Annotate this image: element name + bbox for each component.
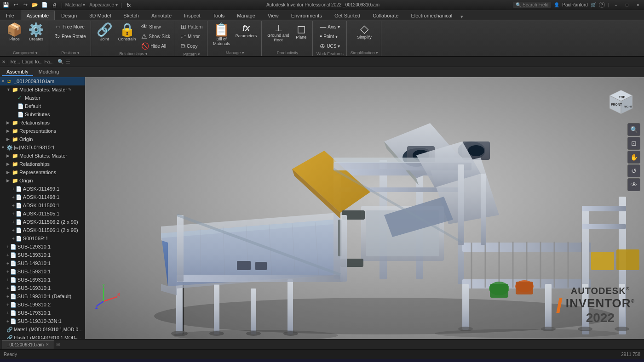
ground-root-button[interactable]: ⊥ Ground andRoot <box>265 22 291 44</box>
tree-default[interactable]: 📄 Default <box>0 102 85 110</box>
tab-file[interactable]: File <box>0 11 20 20</box>
close-strip-btn[interactable]: ✕ <box>2 59 6 64</box>
hide-all-button[interactable]: 🚫 Hide All <box>139 41 172 51</box>
redo-icon[interactable]: ↪ <box>21 1 29 9</box>
strip-item-re[interactable]: Re... <box>11 59 20 64</box>
tab-view[interactable]: View <box>262 11 285 20</box>
tab-3dmodel[interactable]: 3D Model <box>83 11 117 20</box>
minimize-btn[interactable]: − <box>612 2 620 8</box>
tab-extra[interactable]: ▾ <box>460 14 463 20</box>
tree-sub139[interactable]: + 📄 SUB-139310:1 <box>0 251 85 259</box>
maximize-btn[interactable]: □ <box>623 2 631 8</box>
tree-mod019-states[interactable]: ▶ 📁 Model States: Master <box>0 152 85 160</box>
tree-relationships[interactable]: ▶ 📁 Relationships <box>0 119 85 127</box>
close-btn[interactable]: × <box>634 2 642 8</box>
tree-mate1[interactable]: 🔗 Mate:1 (MOD-019310:1,MOD-039310:1 <box>0 325 85 334</box>
search-field[interactable]: 🔍 Search Field <box>513 2 551 8</box>
tab-assemble[interactable]: Assemble <box>21 11 55 20</box>
tree-sub119[interactable]: + 📄 SUB-119310-33N:1 <box>0 317 85 325</box>
free-move-button[interactable]: ↔ Free Move <box>53 22 88 31</box>
tree-adsk505[interactable]: + 📄 ADSK-011505:1 <box>0 209 85 218</box>
joint-button[interactable]: 🔗 Joint <box>95 22 115 43</box>
tree-adsk498[interactable]: + 📄 ADSK-011498:1 <box>0 193 85 201</box>
user-icon[interactable]: 👤 <box>554 2 559 7</box>
btab-menu-btn[interactable]: ⊞ <box>56 342 60 347</box>
undo-icon[interactable]: ↩ <box>12 1 20 9</box>
strip-item-fa[interactable]: Fa... <box>45 59 54 64</box>
constrain-button[interactable]: 🔒 Constrain <box>116 22 138 43</box>
tree-adsk506-1[interactable]: + 📄 ADSK-011506:1 (2 x 90) <box>0 226 85 234</box>
tab-annotate[interactable]: Annotate <box>145 11 178 20</box>
tab-manage[interactable]: Manage <box>231 11 261 20</box>
bom-button[interactable]: 📋 Bill ofMaterials <box>211 22 232 48</box>
point-button[interactable]: • Point ▾ <box>318 32 342 41</box>
tree-representations[interactable]: ▶ 📁 Representations <box>0 127 85 135</box>
tree-sub169a[interactable]: + 📄 SUB-169310:1 <box>0 276 85 284</box>
material-selector[interactable]: Material ▾ <box>65 2 85 7</box>
tree-flush1[interactable]: 🔗 Flush:1 (MOD-019310:1,MOD-039310:1 <box>0 334 85 339</box>
mirror-button[interactable]: ⇌ Mirror <box>179 32 204 41</box>
tab-environments[interactable]: Environments <box>285 11 328 20</box>
open-icon[interactable]: 📂 <box>31 1 39 9</box>
tab-design[interactable]: Design <box>55 11 83 20</box>
save-icon[interactable]: 💾 <box>2 1 10 9</box>
creates-button[interactable]: ⚙️ Creates <box>26 22 46 43</box>
help-icon[interactable]: ? <box>599 2 605 8</box>
parameters-button[interactable]: fx Parameters <box>234 22 259 40</box>
tree-origin[interactable]: ▶ 📁 Origin <box>0 135 85 143</box>
pattern-button[interactable]: ⊞ Pattern <box>179 22 204 31</box>
tree-model-states[interactable]: ▼ 📁 Model States: Master ✎ <box>0 85 85 94</box>
tree-master[interactable]: ✓ Master <box>0 94 85 102</box>
print-icon[interactable]: 🖨 <box>50 1 58 9</box>
strip-item-io[interactable]: Io... <box>35 59 43 64</box>
zoom-fit-btn[interactable]: ⊡ <box>627 137 640 150</box>
tree-mod019-rel[interactable]: ▶ 📁 Relationships <box>0 160 85 168</box>
zoom-in-btn[interactable]: 🔍 <box>627 123 640 136</box>
ucs-button[interactable]: ⊕ UCS ▾ <box>318 41 342 51</box>
look-btn[interactable]: 👁 <box>627 178 640 191</box>
tab-tools[interactable]: Tools <box>207 11 231 20</box>
tree-sub179[interactable]: + 📄 SUB-179310:1 <box>0 309 85 317</box>
tree-sub199-2[interactable]: + 📄 SUB-199310:2 <box>0 300 85 309</box>
tree-mod019-rep[interactable]: ▶ 📁 Representations <box>0 168 85 176</box>
tree-adsk506-2[interactable]: + 📄 ADSK-011506:2 (2 x 90) <box>0 218 85 226</box>
tab-assembly[interactable]: Assembly <box>2 68 33 76</box>
cart-icon[interactable]: 🛒 <box>591 2 596 7</box>
tab-modeling[interactable]: Modeling <box>34 68 64 76</box>
tree-adsk499[interactable]: + 📄 ADSK-011499:1 <box>0 185 85 193</box>
fx-icon[interactable]: fx <box>125 1 133 9</box>
tree-root[interactable]: ▼ 🗂 _0012009310.iam <box>0 77 85 85</box>
axis-button[interactable]: — Axis ▾ <box>318 22 342 31</box>
bottom-tab-file[interactable]: _0012009310.iam ✕ <box>2 340 54 349</box>
copy-button[interactable]: ⧉ Copy <box>179 41 204 51</box>
tree-sub149[interactable]: + 📄 SUB-149310:1 <box>0 259 85 267</box>
tab-collaborate[interactable]: Collaborate <box>367 11 404 20</box>
place-button[interactable]: 📦 Place <box>5 22 24 43</box>
tree-substitutes[interactable]: 📄 Substitutes <box>0 110 85 119</box>
menu-strip-btn[interactable]: ☰ <box>66 59 70 65</box>
new-icon[interactable]: 📄 <box>40 1 49 9</box>
strip-item-logic[interactable]: Logic <box>22 59 33 64</box>
tab-electromechanical[interactable]: Electromechanical <box>405 11 458 20</box>
tree-mod019-ori[interactable]: ▶ 📁 Origin <box>0 176 85 185</box>
free-rotate-button[interactable]: ↻ Free Rotate <box>53 32 88 41</box>
pan-btn[interactable]: ✋ <box>627 151 640 164</box>
navigation-cube[interactable]: TOP FRONT RIGHT <box>603 82 639 119</box>
tree-sub129[interactable]: + 📄 SUB-129310:1 <box>0 243 85 251</box>
appearance-selector[interactable]: Appearance ▾ <box>89 2 118 7</box>
tab-inspect[interactable]: Inspect <box>178 11 206 20</box>
plane-button[interactable]: ◻ Plane <box>293 22 310 41</box>
tree-adsk500[interactable]: + 📄 ADSK-011500:1 <box>0 201 85 209</box>
orbit-btn[interactable]: ↺ <box>627 164 640 177</box>
show-sick-button[interactable]: ⚠ Show Sick <box>139 32 172 41</box>
search-strip-btn[interactable]: 🔍 <box>58 59 64 65</box>
tree-s00106r[interactable]: + 📄 S00106R:1 <box>0 234 85 243</box>
show-button[interactable]: 👁 Show <box>139 22 172 31</box>
tree-sub169b[interactable]: + 📄 SUB-169310:1 <box>0 284 85 292</box>
3d-viewport[interactable]: X Y Z TOP FRONT RIGHT 🔍 ⊡ <box>85 77 644 339</box>
btab-close-btn[interactable]: ✕ <box>46 342 49 347</box>
tree-sub199-default[interactable]: + 📄 SUB-199310:1 (Default) <box>0 292 85 300</box>
tree-mod019310[interactable]: ▼ ⚙️ [∞]MOD-019310:1 <box>0 143 85 152</box>
tree-sub159[interactable]: + 📄 SUB-159310:1 <box>0 267 85 276</box>
simplify-button[interactable]: ◇ Simplify <box>355 22 374 41</box>
